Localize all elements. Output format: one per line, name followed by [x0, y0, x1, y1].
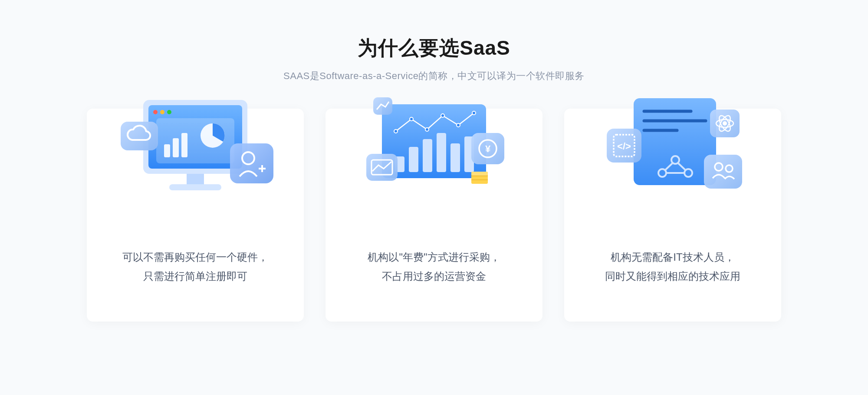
svg-text:¥: ¥ [485, 143, 491, 154]
svg-rect-58 [704, 155, 742, 189]
feature-text: 机构无需配备IT技术人员， 同时又能得到相应的技术应用 [588, 248, 758, 286]
svg-text:</>: </> [617, 141, 631, 152]
svg-point-25 [410, 117, 413, 121]
svg-rect-39 [471, 179, 488, 180]
feature-text: 可以不需再购买任何一个硬件， 只需进行简单注册即可 [105, 248, 286, 286]
dashboard-monitor-icon [113, 91, 278, 204]
section-title: 为什么要选SaaS [43, 35, 825, 62]
svg-rect-21 [437, 133, 446, 172]
svg-point-26 [425, 128, 429, 131]
svg-rect-19 [409, 147, 418, 172]
section-header: 为什么要选SaaS SAAS是Software-as-a-Service的简称，… [43, 35, 825, 83]
feature-line-2: 同时又能得到相应的技术应用 [605, 270, 740, 282]
svg-rect-37 [471, 172, 488, 176]
svg-point-24 [394, 129, 398, 133]
analytics-chart-icon: ¥ [352, 91, 516, 204]
feature-text: 机构以"年费"方式进行采购， 不占用过多的运营资金 [350, 248, 517, 286]
feature-line-1: 可以不需再购买任何一个硬件， [122, 251, 268, 263]
svg-rect-22 [450, 143, 460, 172]
svg-point-29 [472, 111, 476, 115]
svg-point-27 [441, 114, 444, 117]
feature-line-2: 不占用过多的运营资金 [382, 270, 486, 282]
feature-card-it-support: </> 机构无需配备IT技术人员， 同时又能得到相应的技术应用 [564, 109, 781, 322]
svg-rect-20 [423, 139, 432, 172]
svg-rect-7 [173, 138, 179, 157]
feature-line-2: 只需进行简单注册即可 [143, 270, 247, 282]
svg-point-54 [723, 121, 727, 126]
svg-point-28 [457, 123, 460, 127]
svg-point-4 [167, 110, 171, 114]
svg-rect-8 [181, 133, 187, 157]
feature-cards: 可以不需再购买任何一个硬件， 只需进行简单注册即可 [43, 109, 825, 322]
svg-rect-6 [164, 144, 170, 157]
svg-rect-10 [187, 174, 204, 184]
feature-line-1: 机构以"年费"方式进行采购， [368, 251, 500, 263]
section-subtitle: SAAS是Software-as-a-Service的简称，中文可以译为一个软件… [43, 70, 825, 83]
document-share-icon: </> [590, 91, 755, 204]
svg-rect-38 [471, 176, 488, 176]
svg-point-2 [153, 110, 158, 114]
svg-point-3 [160, 110, 164, 114]
feature-card-subscription: ¥ 机构以"年费"方式进行采购， 不占用过多的运营资金 [326, 109, 542, 322]
feature-card-hardware: 可以不需再购买任何一个硬件， 只需进行简单注册即可 [87, 109, 304, 322]
svg-rect-11 [169, 184, 221, 190]
feature-line-1: 机构无需配备IT技术人员， [611, 251, 734, 263]
